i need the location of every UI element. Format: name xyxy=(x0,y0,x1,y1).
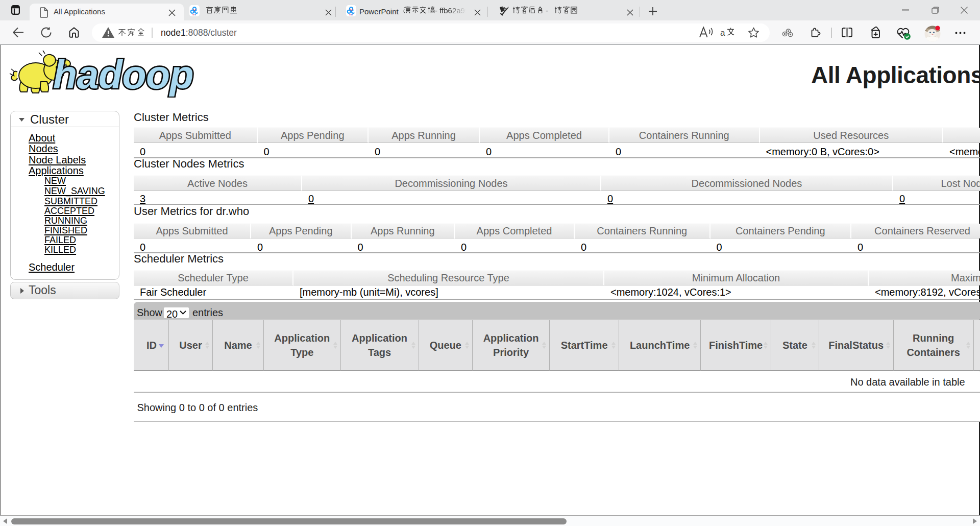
svg-text:hadoop: hadoop xyxy=(53,53,193,97)
